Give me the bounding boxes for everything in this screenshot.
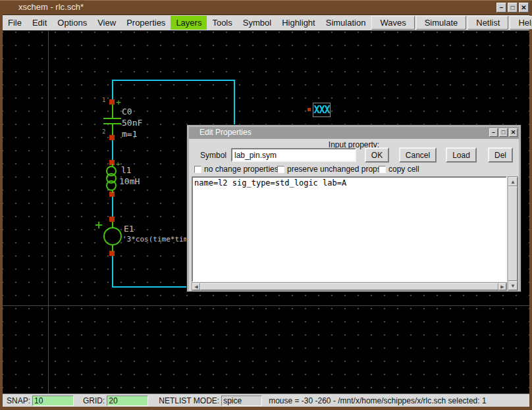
capacitor-plus-mark: +: [116, 97, 121, 107]
close-icon[interactable]: ✕: [519, 3, 529, 13]
wire-cap-top[interactable]: [112, 80, 113, 99]
netlist-mode-label: NETLIST MODE:: [159, 396, 219, 405]
ok-button[interactable]: OK: [365, 147, 389, 163]
symbol-input[interactable]: [231, 148, 356, 162]
menu-file[interactable]: File: [3, 16, 27, 30]
dialog-body: Input property: Symbol OK Cancel Load De…: [189, 139, 519, 291]
status-bar: SNAP: GRID: NETLIST MODE: mouse = -30 -2…: [3, 394, 529, 407]
scroll-left-icon[interactable]: ◀: [192, 283, 200, 290]
dialog-close-icon[interactable]: ✕: [509, 128, 518, 137]
dialog-title: Edit Properties: [200, 128, 252, 137]
symbol-label: Symbol: [200, 151, 226, 160]
dialog-maximize-icon[interactable]: □: [499, 128, 508, 137]
source-pin2-square: [109, 251, 115, 256]
grid-axis-vertical: [48, 31, 49, 394]
wire-ind-src[interactable]: [112, 197, 113, 217]
scroll-up-icon[interactable]: ▲: [508, 177, 518, 186]
vertical-scrollbar-thumb[interactable]: [508, 186, 518, 281]
preserve-unchanged-props-label: preserve unchanged props: [287, 165, 381, 174]
capacitor-name-label: C0: [122, 107, 132, 116]
net-label-pin-square: [307, 108, 311, 111]
maximize-icon[interactable]: □: [508, 3, 518, 13]
netlist-mode-input[interactable]: [221, 396, 262, 406]
grid-axis-horizontal: [3, 305, 529, 306]
capacitor-pin1-number: 1: [102, 97, 105, 103]
del-button[interactable]: Del: [488, 147, 513, 163]
schematic-canvas[interactable]: 1 2 + C0 50nF m=1 + l1 10mH: [3, 31, 529, 394]
minimize-icon[interactable]: –: [496, 3, 506, 13]
snap-input[interactable]: [32, 396, 74, 406]
source-lead-bottom: [112, 245, 113, 251]
net-label-text[interactable]: XXX: [313, 103, 331, 117]
capacitor-mult-label: m=1: [122, 129, 137, 139]
inductor-plus-mark: +: [116, 160, 120, 168]
menu-edit[interactable]: Edit: [27, 16, 52, 30]
dialog-titlebar[interactable]: Edit Properties – □ ✕: [189, 127, 519, 139]
capacitor-pin2-square: [109, 135, 115, 140]
preserve-unchanged-props-checkbox[interactable]: [277, 166, 284, 173]
no-change-properties-checkbox[interactable]: [194, 166, 201, 173]
capacitor-lead-bottom: [112, 124, 113, 135]
grid-input[interactable]: [107, 396, 148, 406]
menu-properties[interactable]: Properties: [121, 16, 171, 30]
horizontal-scrollbar[interactable]: ◀ ▶: [192, 282, 507, 291]
capacitor-pin1-square: [109, 99, 115, 105]
source-pin1-square: [109, 217, 115, 222]
scroll-down-icon[interactable]: ▼: [508, 281, 518, 290]
capacitor-plate-top: [103, 118, 121, 119]
waves-button[interactable]: Waves: [371, 16, 414, 30]
simulate-button[interactable]: Simulate: [416, 16, 467, 30]
mouse-status-text: mouse = -30 -260 - /mnt/x/home/schippes/…: [269, 396, 486, 405]
copy-cell-label: copy cell: [388, 165, 419, 174]
inductor-value-label: 10mH: [119, 176, 140, 186]
vertical-scrollbar[interactable]: ▲ ▼: [508, 176, 518, 291]
property-textarea[interactable]: name=l2 sig_type=std_logic lab=A: [192, 176, 507, 282]
wire-top[interactable]: [112, 80, 235, 81]
menu-options[interactable]: Options: [52, 16, 92, 30]
dialog-minimize-icon[interactable]: –: [489, 128, 498, 137]
copy-cell-checkbox[interactable]: [379, 166, 386, 173]
menu-layers[interactable]: Layers: [171, 16, 207, 30]
horizontal-scrollbar-thumb[interactable]: [200, 283, 498, 290]
source-plus-mark: +: [95, 217, 103, 232]
window-titlebar[interactable]: xschem - rlc.sch* – □ ✕: [0, 1, 532, 14]
netlist-button[interactable]: Netlist: [467, 16, 508, 30]
edit-properties-dialog: Edit Properties – □ ✕ Input property: Sy…: [186, 124, 521, 292]
snap-label: SNAP:: [7, 396, 30, 405]
wire-src-bottom[interactable]: [112, 256, 113, 286]
wire-cap-ind[interactable]: [112, 140, 113, 160]
cancel-button[interactable]: Cancel: [399, 147, 437, 163]
grid-label: GRID:: [83, 396, 105, 405]
load-button[interactable]: Load: [446, 147, 477, 163]
no-change-properties-label: no change properties: [204, 165, 279, 174]
menu-highlight[interactable]: Highlight: [277, 16, 321, 30]
capacitor-lead-top: [112, 105, 113, 118]
menu-symbol[interactable]: Symbol: [238, 16, 277, 30]
capacitor-value-label: 50nF: [122, 118, 142, 128]
xschem-window: xschem - rlc.sch* – □ ✕ File Edit Option…: [0, 0, 532, 410]
window-title: xschem - rlc.sch*: [18, 2, 84, 12]
menu-tools[interactable]: Tools: [207, 16, 237, 30]
help-button[interactable]: Help: [510, 16, 532, 30]
source-circle: [103, 227, 122, 245]
menu-bar: File Edit Options View Properties Layers…: [3, 14, 529, 31]
capacitor-pin2-number: 2: [102, 128, 105, 135]
menu-view[interactable]: View: [92, 16, 121, 30]
inductor-name-label: l1: [121, 165, 132, 175]
source-name-label: E1: [124, 224, 134, 234]
scroll-right-icon[interactable]: ▶: [498, 283, 506, 290]
menu-simulation[interactable]: Simulation: [321, 16, 371, 30]
source-value-label: '3*cos(time*time*time*: [122, 235, 186, 243]
